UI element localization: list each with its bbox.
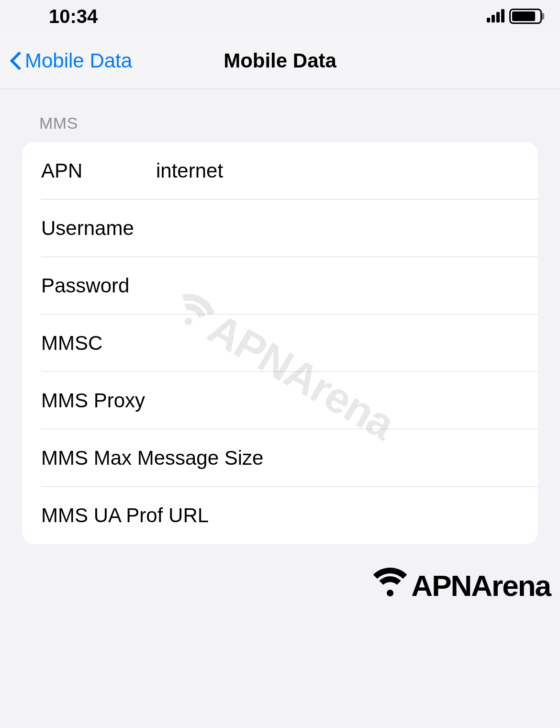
back-label: Mobile Data xyxy=(25,49,132,72)
status-indicators xyxy=(487,9,542,24)
row-password[interactable]: Password xyxy=(22,257,538,314)
mmsc-label: MMSC xyxy=(41,332,156,355)
back-button[interactable]: Mobile Data xyxy=(10,49,132,72)
chevron-left-icon xyxy=(10,49,23,72)
settings-group-mms: APN Username Password MMSC MMS Proxy MMS… xyxy=(22,142,538,544)
page-title: Mobile Data xyxy=(224,49,336,72)
status-time: 10:34 xyxy=(49,6,98,27)
username-input[interactable] xyxy=(156,217,519,240)
username-label: Username xyxy=(41,217,156,240)
row-username[interactable]: Username xyxy=(22,200,538,257)
row-mms-ua-prof[interactable]: MMS UA Prof URL xyxy=(22,487,538,544)
row-mms-proxy[interactable]: MMS Proxy xyxy=(22,372,538,429)
brand-text: APNArena xyxy=(411,569,550,603)
row-apn[interactable]: APN xyxy=(22,142,538,200)
password-input[interactable] xyxy=(156,274,519,297)
apn-label: APN xyxy=(41,159,156,182)
mms-proxy-label: MMS Proxy xyxy=(41,389,156,412)
row-mms-max-size[interactable]: MMS Max Message Size xyxy=(22,429,538,487)
apn-input[interactable] xyxy=(156,159,519,182)
cellular-signal-icon xyxy=(487,10,504,22)
brand-footer: APNArena xyxy=(366,568,550,604)
status-bar: 10:34 xyxy=(0,0,560,33)
password-label: Password xyxy=(41,274,156,297)
row-mmsc[interactable]: MMSC xyxy=(22,314,538,372)
mms-proxy-input[interactable] xyxy=(156,389,519,412)
battery-icon xyxy=(509,9,542,24)
mms-max-size-label: MMS Max Message Size xyxy=(41,447,519,470)
mms-ua-prof-label: MMS UA Prof URL xyxy=(41,504,519,527)
mmsc-input[interactable] xyxy=(156,332,519,355)
navigation-bar: Mobile Data Mobile Data xyxy=(0,33,560,89)
section-header-mms: MMS xyxy=(22,114,538,142)
wifi-icon xyxy=(366,568,414,604)
